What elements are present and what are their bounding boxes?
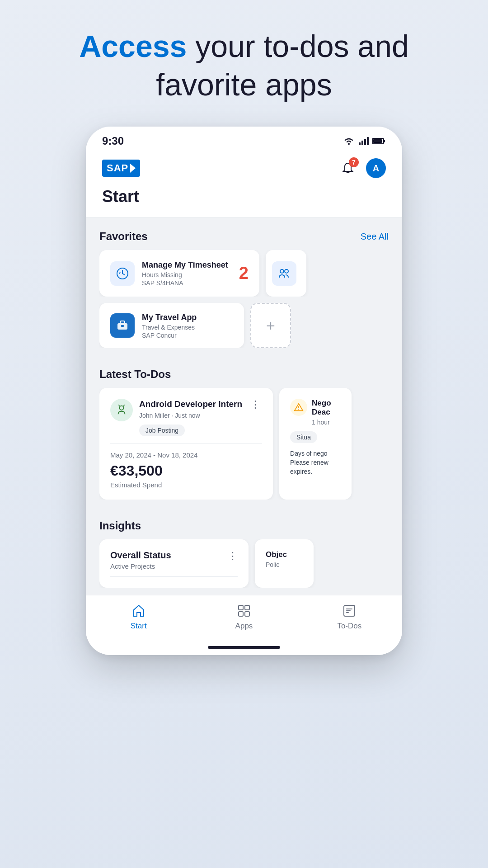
nav-item-start[interactable]: Start bbox=[112, 603, 166, 631]
favorites-section: Favorites See All Manage My Timesheet bbox=[86, 217, 402, 355]
insight-status-subtitle: Active Projects bbox=[110, 562, 171, 570]
nav-item-todos[interactable]: To-Dos bbox=[322, 603, 376, 631]
svg-rect-17 bbox=[245, 605, 249, 610]
svg-rect-1 bbox=[359, 142, 361, 145]
todo-nego-time: 1 hour bbox=[312, 419, 331, 426]
bottom-nav: Start Apps To-Do bbox=[86, 595, 402, 642]
timesheet-info: Manage My Timesheet Hours Missing SAP S/… bbox=[142, 260, 228, 287]
headline-accent: Access bbox=[79, 29, 187, 63]
favorites-title: Favorites bbox=[99, 230, 148, 243]
todos-svg bbox=[342, 604, 357, 618]
notification-bell-button[interactable]: 7 bbox=[338, 158, 358, 178]
svg-rect-7 bbox=[373, 139, 382, 143]
svg-rect-18 bbox=[239, 612, 243, 616]
todos-section: Latest To-Dos bbox=[86, 355, 402, 507]
wifi-icon bbox=[343, 137, 355, 146]
insight-status-more-button[interactable]: ⋮ bbox=[228, 550, 238, 562]
status-bar: 9:30 bbox=[86, 127, 402, 152]
insight-status-title: Overall Status bbox=[110, 550, 171, 561]
favorites-row1: Manage My Timesheet Hours Missing SAP S/… bbox=[99, 250, 389, 297]
svg-rect-19 bbox=[245, 612, 249, 616]
timesheet-name: Manage My Timesheet bbox=[142, 260, 228, 270]
team-icon bbox=[272, 261, 296, 286]
travel-icon bbox=[110, 313, 135, 338]
home-bar bbox=[208, 646, 280, 649]
team-svg bbox=[277, 267, 291, 280]
apps-svg bbox=[237, 604, 251, 618]
todo-card-android[interactable]: Android Developer Intern John Miller · J… bbox=[99, 388, 273, 500]
notification-badge: 7 bbox=[349, 157, 359, 167]
svg-rect-12 bbox=[121, 325, 124, 327]
insight-card-partial[interactable]: Objec Polic bbox=[255, 539, 314, 588]
todo-nego-tag: Situa bbox=[290, 431, 317, 443]
android-dev-svg bbox=[115, 404, 128, 416]
todo-nego-title: NegoDeac bbox=[312, 399, 331, 417]
todo-divider bbox=[110, 443, 262, 444]
todos-title: Latest To-Dos bbox=[99, 368, 171, 381]
svg-point-10 bbox=[285, 269, 288, 273]
svg-rect-4 bbox=[367, 137, 369, 145]
todo-nego-header: NegoDeac 1 hour bbox=[290, 399, 341, 426]
status-icons bbox=[343, 137, 386, 146]
todos-nav-icon bbox=[341, 603, 357, 619]
battery-icon bbox=[372, 137, 386, 145]
sap-logo-arrow bbox=[130, 164, 136, 173]
insights-scroll: Overall Status Active Projects ⋮ Objec P… bbox=[99, 539, 389, 588]
travel-info: My Travel App Travel & Expenses SAP Conc… bbox=[142, 312, 233, 339]
nav-item-apps[interactable]: Apps bbox=[217, 603, 271, 631]
favorite-card-timesheet[interactable]: Manage My Timesheet Hours Missing SAP S/… bbox=[99, 250, 259, 297]
timesheet-subtitle: Hours Missing bbox=[142, 271, 228, 278]
todo-android-header: Android Developer Intern John Miller · J… bbox=[110, 399, 262, 436]
todo-nego-desc: Days of nego Please renew expires. bbox=[290, 449, 341, 476]
start-nav-icon bbox=[131, 603, 147, 619]
todos-header: Latest To-Dos bbox=[99, 368, 389, 381]
insight-partial-title: Objec bbox=[266, 550, 303, 559]
insights-title: Insights bbox=[99, 519, 141, 532]
timesheet-icon bbox=[110, 261, 135, 286]
todos-nav-label: To-Dos bbox=[337, 622, 361, 631]
insight-status-header: Overall Status Active Projects ⋮ bbox=[110, 550, 238, 570]
timesheet-svg bbox=[116, 267, 129, 280]
header-actions: 7 A bbox=[338, 158, 386, 178]
travel-svg bbox=[116, 319, 129, 332]
home-svg bbox=[131, 604, 146, 618]
favorite-card-travel[interactable]: My Travel App Travel & Expenses SAP Conc… bbox=[99, 303, 244, 348]
todo-android-icon bbox=[110, 399, 133, 421]
app-header: SAP 7 A bbox=[86, 152, 402, 187]
headline-rest: your to-dos and favorite apps bbox=[156, 29, 408, 102]
todo-android-daterange: May 20, 2024 - Nov 18, 2024 bbox=[110, 451, 262, 459]
phone-shell: 9:30 SA bbox=[86, 127, 402, 655]
svg-rect-6 bbox=[384, 140, 385, 142]
travel-system: SAP Concur bbox=[142, 332, 233, 339]
svg-point-9 bbox=[280, 269, 284, 273]
favorites-row2: My Travel App Travel & Expenses SAP Conc… bbox=[99, 303, 389, 348]
insight-card-status[interactable]: Overall Status Active Projects ⋮ bbox=[99, 539, 249, 588]
page-header: Access your to-dos and favorite apps bbox=[0, 27, 488, 104]
timesheet-system: SAP S/4HANA bbox=[142, 279, 228, 287]
todo-android-title: Android Developer Intern bbox=[139, 399, 242, 410]
insight-partial-sub: Polic bbox=[266, 561, 303, 568]
insight-status-info: Overall Status Active Projects bbox=[110, 550, 171, 570]
todo-android-more-button[interactable]: ⋮ bbox=[249, 399, 262, 410]
favorite-card-partial[interactable] bbox=[266, 250, 306, 297]
avatar-button[interactable]: A bbox=[366, 158, 386, 178]
add-favorite-button[interactable]: + bbox=[250, 303, 291, 348]
svg-rect-16 bbox=[239, 605, 243, 610]
todo-android-tag: Job Posting bbox=[139, 425, 185, 436]
todo-card-nego[interactable]: NegoDeac 1 hour Situa Days of nego Pleas… bbox=[279, 388, 352, 500]
home-indicator bbox=[86, 642, 402, 655]
start-nav-label: Start bbox=[131, 622, 147, 631]
svg-rect-3 bbox=[364, 139, 366, 145]
favorites-see-all[interactable]: See All bbox=[361, 231, 389, 242]
todo-android-amount: €33,500 bbox=[110, 462, 262, 479]
app-title: Start bbox=[86, 187, 402, 217]
favorites-header: Favorites See All bbox=[99, 230, 389, 243]
apps-nav-label: Apps bbox=[235, 622, 253, 631]
signal-icon bbox=[359, 137, 369, 145]
todo-nego-icon bbox=[290, 399, 307, 416]
insights-section: Insights Overall Status Active Projects … bbox=[86, 507, 402, 595]
sap-logo: SAP bbox=[102, 160, 140, 177]
travel-subtitle: Travel & Expenses bbox=[142, 324, 233, 331]
apps-nav-icon bbox=[236, 603, 252, 619]
sap-logo-text: SAP bbox=[107, 162, 128, 174]
